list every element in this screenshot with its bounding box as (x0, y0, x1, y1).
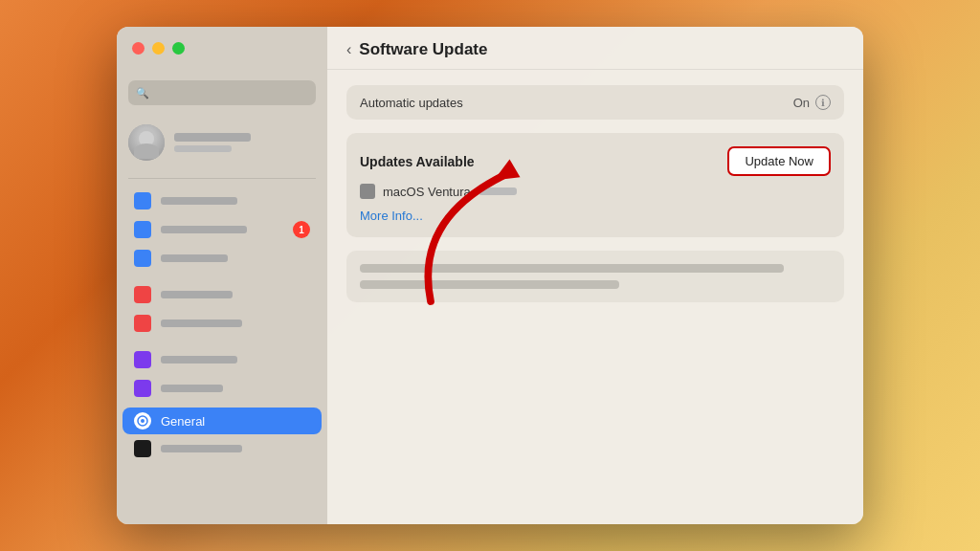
item-4-label (161, 291, 233, 298)
updates-box: Updates Available Update Now macOS Ventu… (346, 133, 844, 237)
minimize-button[interactable] (152, 42, 165, 55)
close-button[interactable] (132, 42, 145, 55)
desc-bar-1 (360, 264, 784, 273)
sidebar-item-bottom[interactable] (122, 435, 322, 462)
bottom-item-label (161, 445, 242, 452)
content-area: Automatic updates On ℹ Updates Available… (327, 70, 863, 524)
macos-version-row: macOS Ventura (360, 184, 831, 199)
bottom-item-icon (134, 440, 151, 457)
updates-header: Updates Available Update Now (360, 146, 831, 176)
sidebar-item-4[interactable] (122, 281, 322, 308)
item-7-icon (134, 380, 151, 397)
svg-point-1 (141, 419, 145, 423)
sidebar-item-5[interactable] (122, 310, 322, 337)
sidebar-items-area: 1 (117, 183, 327, 524)
maximize-button[interactable] (172, 42, 185, 55)
macos-name-label: macOS Ventura (383, 185, 471, 199)
general-icon (134, 412, 151, 430)
auto-updates-status: On (793, 96, 810, 110)
item-3-icon (134, 250, 151, 267)
auto-updates-label: Automatic updates (360, 96, 463, 110)
info-button[interactable]: ℹ (815, 95, 831, 110)
sidebar-section-blue: 1 (117, 183, 327, 276)
user-sub-bar (174, 145, 232, 152)
item-5-icon (134, 315, 151, 332)
sidebar-item-1[interactable] (122, 187, 322, 214)
page-title: Software Update (359, 40, 487, 59)
updates-available-label: Updates Available (360, 154, 475, 169)
desc-bar-2 (360, 280, 619, 289)
macos-icon (360, 184, 375, 199)
more-info-link[interactable]: More Info... (360, 209, 423, 223)
general-label: General (161, 414, 205, 429)
item-1-label (161, 197, 237, 205)
sidebar-item-6[interactable] (122, 346, 322, 373)
traffic-lights (132, 42, 185, 55)
sidebar: 🔍 (117, 27, 327, 524)
item-5-label (161, 320, 242, 327)
item-2-label (161, 226, 247, 233)
system-preferences-window: 🔍 (117, 27, 863, 524)
sidebar-item-2[interactable]: 1 (122, 216, 322, 243)
user-section[interactable] (117, 117, 327, 168)
back-button[interactable]: ‹ (346, 41, 351, 58)
sidebar-divider (128, 178, 316, 179)
sidebar-item-7[interactable] (122, 375, 322, 402)
search-icon: 🔍 (136, 87, 149, 99)
auto-updates-row: Automatic updates On ℹ (346, 85, 844, 120)
item-6-label (161, 356, 237, 364)
item-7-label (161, 385, 223, 392)
search-bar[interactable]: 🔍 (128, 80, 316, 105)
item-2-icon (134, 221, 151, 238)
auto-updates-right: On ℹ (793, 95, 831, 110)
sidebar-section-purple (117, 342, 327, 407)
user-name-bar (174, 133, 251, 142)
sidebar-item-general[interactable]: General (122, 408, 322, 434)
main-content: ‹ Software Update Automatic updates On ℹ… (327, 27, 863, 524)
item-1-icon (134, 192, 151, 209)
avatar (128, 124, 165, 161)
item-3-label (161, 254, 228, 262)
item-6-icon (134, 351, 151, 368)
sidebar-section-red (117, 276, 327, 342)
notification-badge: 1 (293, 221, 310, 238)
title-bar: ‹ Software Update (327, 27, 863, 70)
item-4-icon (134, 286, 151, 303)
description-section (346, 251, 844, 302)
version-number-bar (479, 187, 517, 195)
user-info (174, 133, 251, 152)
update-now-button[interactable]: Update Now (727, 146, 831, 176)
sidebar-item-3[interactable] (122, 245, 322, 272)
